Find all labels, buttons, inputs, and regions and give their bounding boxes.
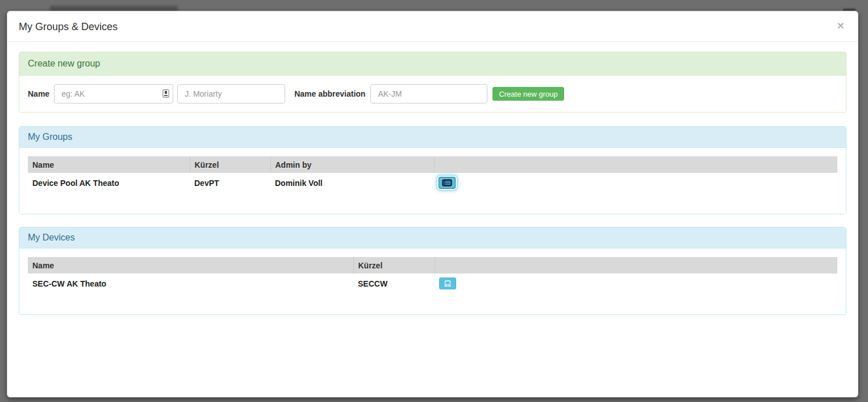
my-groups-table: Name Kürzel Admin by Device Pool AK Thea…: [28, 156, 837, 193]
column-header-actions: [434, 156, 837, 173]
my-devices-panel: My Devices Name Kürzel: [19, 227, 846, 315]
my-groups-heading: My Groups: [19, 127, 846, 148]
group-admin-cell: Dominik Voll: [270, 173, 434, 193]
device-info-button[interactable]: [439, 277, 456, 289]
group-name-cell: Device Pool AK Theato: [28, 173, 190, 193]
column-header-admin-by: Admin by: [270, 156, 434, 173]
my-devices-heading: My Devices: [19, 227, 846, 248]
device-name-cell: SEC-CW AK Theato: [28, 273, 353, 293]
laptop-icon: [443, 280, 452, 287]
column-header-name: Name: [28, 156, 190, 173]
table-header-row: Name Kürzel: [28, 257, 837, 273]
device-actions-cell: [435, 273, 837, 293]
column-header-actions: [435, 257, 837, 273]
column-header-kuerzel: Kürzel: [353, 257, 435, 273]
table-header-row: Name Kürzel Admin by: [28, 156, 837, 173]
table-row: SEC-CW AK Theato SECCW: [28, 273, 837, 293]
group-abbreviation-input[interactable]: [370, 84, 487, 103]
group-name-input[interactable]: [54, 84, 173, 103]
create-group-panel: Create new group Name Name abbreviation: [19, 52, 846, 113]
device-kuerzel-cell: SECCW: [353, 273, 435, 293]
group-devices-button[interactable]: [439, 177, 456, 189]
group-kuerzel-cell: DevPT: [190, 173, 270, 193]
column-header-name: Name: [28, 257, 353, 273]
create-group-form: Name Name abbreviation Create new group: [28, 84, 837, 103]
modal-header: My Groups & Devices ×: [7, 11, 858, 42]
modal-body: Create new group Name Name abbreviation: [7, 42, 858, 337]
create-group-button[interactable]: Create new group: [493, 87, 564, 101]
name-label: Name: [28, 89, 49, 98]
my-groups-devices-modal: My Groups & Devices × Create new group N…: [7, 11, 858, 397]
close-icon[interactable]: ×: [835, 19, 846, 31]
abbreviation-label: Name abbreviation: [294, 89, 365, 98]
my-devices-table: Name Kürzel SEC-CW AK Theato SECCW: [28, 257, 837, 293]
table-row: Device Pool AK Theato DevPT Dominik Voll: [28, 173, 837, 193]
group-admin-input[interactable]: [177, 84, 285, 103]
laptop-list-icon: [442, 179, 452, 187]
modal-title: My Groups & Devices: [19, 20, 118, 34]
my-groups-panel: My Groups Name Kürzel Admin by: [19, 126, 846, 214]
column-header-kuerzel: Kürzel: [190, 156, 270, 173]
create-group-heading: Create new group: [19, 52, 846, 76]
group-actions-cell: [434, 173, 837, 193]
